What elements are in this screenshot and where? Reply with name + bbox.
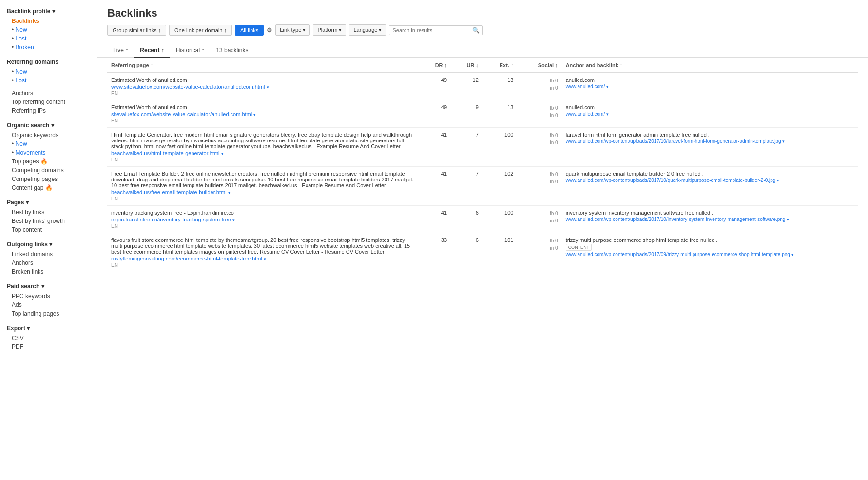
ref-page-url[interactable]: sitevaluefox.com/website-value-calculato… bbox=[111, 111, 415, 117]
search-icon[interactable]: 🔍 bbox=[472, 27, 480, 34]
anchor-text: anulled.com bbox=[566, 77, 854, 83]
col-anchor-backlink[interactable]: Anchor and backlink ↑ bbox=[562, 58, 858, 73]
sidebar-referring-domains[interactable]: Referring domains bbox=[0, 56, 97, 67]
one-link-per-domain-button[interactable]: One link per domain ↑ bbox=[169, 25, 232, 36]
sidebar-outgoing-links[interactable]: Outgoing links ▾ bbox=[0, 238, 97, 250]
url-base[interactable]: rustyflemingconsulting.com bbox=[111, 256, 176, 261]
url-base[interactable]: sitevaluefox.com bbox=[111, 111, 151, 117]
tab-live[interactable]: Live ↑ bbox=[107, 44, 134, 58]
col-ext[interactable]: Ext. ↑ bbox=[482, 58, 518, 73]
anchor-url-base[interactable]: www.anulled.com/ bbox=[566, 84, 605, 89]
sidebar-item-pdf[interactable]: PDF bbox=[0, 342, 97, 351]
sidebar-link-broken[interactable]: Broken bbox=[16, 44, 34, 51]
cell-anchor-backlink: inventory system inventory management so… bbox=[562, 206, 858, 233]
anchor-url[interactable]: www.anulled.com/ ▾ bbox=[566, 84, 854, 89]
sidebar-item-top-content[interactable]: Top content bbox=[0, 225, 97, 234]
col-dr[interactable]: DR ↑ bbox=[419, 58, 451, 73]
anchor-url[interactable]: www.anulled.com/wp-content/uploads/2017/… bbox=[566, 178, 854, 183]
anchor-url-path: /wp-content/uploads/2017/10/laravel-form… bbox=[603, 139, 781, 144]
chevron-down-icon[interactable]: ▾ bbox=[228, 190, 231, 195]
url-base[interactable]: beachwalked.us bbox=[111, 150, 150, 156]
anchor-url-base[interactable]: www.anulled.com bbox=[566, 252, 604, 257]
sidebar-backlink-profile[interactable]: Backlink profile ▾ bbox=[0, 5, 97, 17]
chevron-down-icon[interactable]: ▾ bbox=[791, 252, 794, 257]
sidebar-item-anchors[interactable]: Anchors bbox=[0, 89, 97, 98]
anchor-url-base[interactable]: www.anulled.com/ bbox=[566, 111, 605, 117]
col-social[interactable]: Social ↑ bbox=[517, 58, 561, 73]
anchor-url[interactable]: www.anulled.com/wp-content/uploads/2017/… bbox=[566, 217, 854, 222]
url-base[interactable]: expin.franklinfire.co bbox=[111, 217, 157, 222]
chevron-down-icon[interactable]: ▾ bbox=[782, 139, 785, 144]
cell-social: fb 0in 0 bbox=[517, 233, 561, 272]
sidebar-paid-search[interactable]: Paid search ▾ bbox=[0, 280, 97, 292]
sidebar-item-best-by-links[interactable]: Best by links bbox=[0, 208, 97, 217]
tab-historical[interactable]: Historical ↑ bbox=[170, 44, 211, 58]
sidebar-link-org-movements[interactable]: Movements bbox=[16, 149, 46, 156]
col-referring-page[interactable]: Referring page ↑ bbox=[107, 58, 419, 73]
sidebar-item-competing-domains[interactable]: Competing domains bbox=[0, 166, 97, 175]
sidebar-export[interactable]: Export ▾ bbox=[0, 322, 97, 334]
sidebar-item-csv[interactable]: CSV bbox=[0, 334, 97, 342]
sidebar-pages[interactable]: Pages ▾ bbox=[0, 196, 97, 208]
gear-icon[interactable]: ⚙ bbox=[267, 26, 272, 34]
chevron-down-icon[interactable]: ▾ bbox=[606, 112, 609, 117]
link-type-dropdown[interactable]: Link type ▾ bbox=[275, 24, 310, 36]
fb-count: fb 0 bbox=[521, 171, 558, 178]
anchor-url-base[interactable]: www.anulled.com bbox=[566, 217, 604, 222]
anchor-url[interactable]: www.anulled.com/wp-content/uploads/2017/… bbox=[566, 252, 854, 257]
chevron-down-icon[interactable]: ▾ bbox=[253, 112, 256, 117]
group-similar-links-button[interactable]: Group similar links ↑ bbox=[107, 25, 166, 36]
url-base[interactable]: beachwalked.us bbox=[111, 189, 150, 195]
sidebar-item-top-pages[interactable]: Top pages 🔥 bbox=[0, 157, 97, 166]
sidebar-bullet-broken: Broken bbox=[0, 43, 97, 52]
sidebar-item-ads[interactable]: Ads bbox=[0, 300, 97, 309]
sidebar-item-top-referring-content[interactable]: Top referring content bbox=[0, 98, 97, 106]
anchor-url-base[interactable]: www.anulled.com bbox=[566, 139, 604, 144]
ref-page-url[interactable]: expin.franklinfire.co/inventory-tracking… bbox=[111, 217, 415, 222]
sidebar-item-organic-keywords[interactable]: Organic keywords bbox=[0, 131, 97, 140]
platform-dropdown[interactable]: Platform ▾ bbox=[313, 24, 346, 36]
chevron-down-icon[interactable]: ▾ bbox=[787, 217, 789, 222]
tab-recent[interactable]: Recent ↑ bbox=[134, 44, 170, 58]
chevron-down-icon[interactable]: ▾ bbox=[264, 257, 266, 261]
chevron-down-icon[interactable]: ▾ bbox=[232, 218, 235, 222]
sidebar-item-top-landing-pages[interactable]: Top landing pages bbox=[0, 309, 97, 318]
ref-page-url[interactable]: www.sitevaluefox.com/website-value-calcu… bbox=[111, 84, 415, 90]
cell-social: fb 0in 0 bbox=[517, 167, 561, 206]
anchor-url-base[interactable]: www.anulled.com bbox=[566, 178, 604, 183]
ref-page-url[interactable]: beachwalked.us/html-template-generator.h… bbox=[111, 150, 415, 156]
sidebar-item-linked-domains[interactable]: Linked domains bbox=[0, 250, 97, 259]
sidebar-bullet-org-movements: Movements bbox=[0, 148, 97, 157]
language-dropdown[interactable]: Language ▾ bbox=[349, 24, 386, 36]
cell-dr: 49 bbox=[419, 73, 451, 100]
sidebar-item-competing-pages[interactable]: Competing pages bbox=[0, 175, 97, 183]
chevron-down-icon[interactable]: ▾ bbox=[606, 84, 609, 89]
chevron-down-icon[interactable]: ▾ bbox=[267, 85, 269, 90]
sidebar-link-ref-new[interactable]: New bbox=[16, 68, 27, 75]
sidebar-link-ref-lost[interactable]: Lost bbox=[16, 77, 27, 84]
sidebar-item-broken-links[interactable]: Broken links bbox=[0, 267, 97, 276]
cell-ext: 13 bbox=[482, 73, 518, 100]
url-base[interactable]: www.sitevaluefox.com bbox=[111, 84, 164, 90]
anchor-url[interactable]: www.anulled.com/wp-content/uploads/2017/… bbox=[566, 139, 854, 144]
chevron-down-icon[interactable]: ▾ bbox=[221, 151, 224, 156]
ref-page-url[interactable]: rustyflemingconsulting.com/ecommerce-htm… bbox=[111, 256, 415, 261]
sidebar-link-new[interactable]: New bbox=[16, 26, 27, 33]
chevron-down-icon[interactable]: ▾ bbox=[777, 178, 779, 183]
ref-page-url[interactable]: beachwalked.us/free-email-template-build… bbox=[111, 189, 415, 195]
cell-ur: 7 bbox=[451, 167, 482, 206]
cell-social: fb 0in 0 bbox=[517, 206, 561, 233]
sidebar-link-lost[interactable]: Lost bbox=[16, 35, 27, 42]
sidebar-item-best-by-links-growth[interactable]: Best by links' growth bbox=[0, 217, 97, 225]
anchor-url[interactable]: www.anulled.com/ ▾ bbox=[566, 111, 854, 117]
sidebar-link-org-new[interactable]: New bbox=[16, 140, 27, 147]
sidebar-item-referring-ips[interactable]: Referring IPs bbox=[0, 106, 97, 115]
sidebar-organic-search[interactable]: Organic search ▾ bbox=[0, 119, 97, 131]
col-ur[interactable]: UR ↓ bbox=[451, 58, 482, 73]
sidebar-item-ppc-keywords[interactable]: PPC keywords bbox=[0, 292, 97, 300]
sidebar-item-out-anchors[interactable]: Anchors bbox=[0, 259, 97, 267]
search-input[interactable] bbox=[392, 27, 470, 33]
all-links-button[interactable]: All links bbox=[235, 25, 264, 36]
sidebar-item-backlinks[interactable]: Backlinks bbox=[0, 17, 97, 25]
sidebar-item-content-gap[interactable]: Content gap 🔥 bbox=[0, 183, 97, 192]
